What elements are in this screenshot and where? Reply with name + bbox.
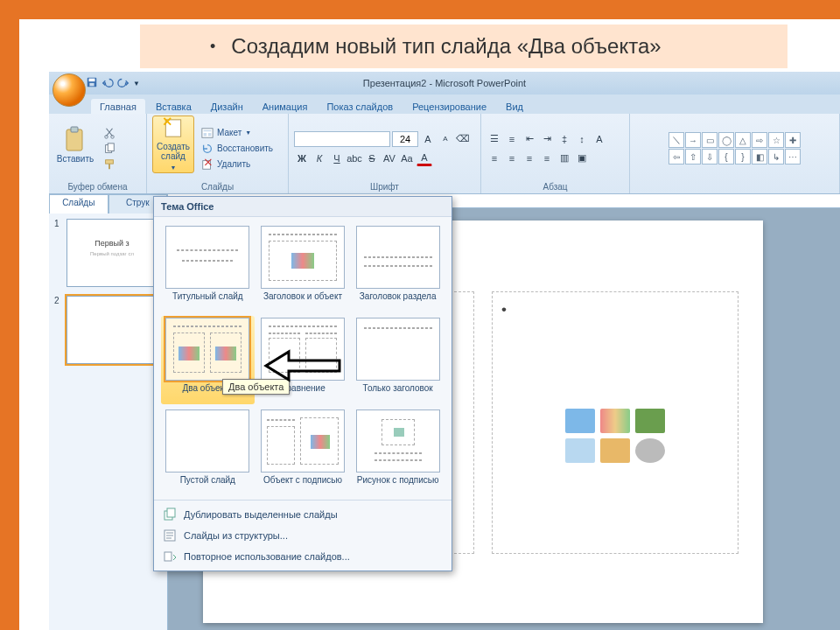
- side-tab-slides[interactable]: Слайды: [49, 194, 108, 214]
- numbering-icon[interactable]: ≡: [504, 131, 520, 147]
- shrink-font-icon[interactable]: A: [438, 131, 453, 147]
- shape-brace-icon[interactable]: {: [718, 149, 734, 164]
- thumbnail-list: 1 Первый з Первый подзаг сл 2: [49, 214, 167, 630]
- content-placeholder-right[interactable]: •: [492, 291, 738, 554]
- shape-rect-icon[interactable]: ▭: [702, 132, 718, 148]
- layout-title-content[interactable]: Заголовок и объект: [258, 226, 348, 311]
- shape-brace2-icon[interactable]: }: [735, 149, 751, 164]
- placeholder-icons: [565, 409, 665, 463]
- char-spacing-icon[interactable]: AV: [382, 150, 397, 166]
- shape-gallery[interactable]: ＼ → ▭ ◯ △ ⇨ ☆ ✚ ⇦ ⇧ ⇩ { } ◧ ↳ ⋯: [668, 132, 801, 164]
- gallery-menu: Дублировать выделенные слайды Слайды из …: [154, 500, 452, 570]
- insert-chart-icon[interactable]: [600, 409, 630, 433]
- menu-duplicate-slides[interactable]: Дублировать выделенные слайды: [154, 504, 452, 525]
- clear-format-icon[interactable]: ⌫: [455, 131, 471, 147]
- svg-rect-3: [66, 130, 82, 150]
- svg-rect-14: [204, 133, 207, 136]
- menu-reuse-slides[interactable]: Повторное использование слайдов...: [154, 546, 452, 567]
- tab-slideshow[interactable]: Показ слайдов: [318, 99, 402, 114]
- tab-home[interactable]: Главная: [91, 99, 145, 114]
- tab-view[interactable]: Вид: [497, 99, 532, 114]
- group-font: A A ⌫ Ж К Ч abc S AV Aa A Шрифт: [289, 114, 481, 193]
- quick-access-toolbar: ▼ Презентация2 - Microsoft PowerPoint: [49, 72, 840, 94]
- ribbon: Вставить Буфер обмена Создать слайд ▼: [49, 114, 840, 194]
- tab-design[interactable]: Дизайн: [202, 99, 252, 114]
- strike-icon[interactable]: S: [364, 150, 380, 166]
- svg-rect-4: [71, 127, 78, 132]
- font-family-input[interactable]: [294, 131, 390, 147]
- change-case-icon[interactable]: Aa: [399, 150, 415, 166]
- lesson-banner: • Создадим новый тип слайда «Два объекта…: [140, 24, 788, 68]
- bold-icon[interactable]: Ж: [294, 150, 310, 166]
- delete-button[interactable]: Удалить: [198, 158, 276, 172]
- thumbnail-2[interactable]: 2: [54, 296, 162, 364]
- svg-rect-13: [204, 130, 212, 131]
- menu-slides-from-outline[interactable]: Слайды из структуры...: [154, 525, 452, 546]
- indent-inc-icon[interactable]: ⇥: [539, 131, 555, 147]
- layout-content-caption[interactable]: Объект с подписью: [258, 410, 348, 494]
- shape-plus-icon[interactable]: ✚: [785, 132, 801, 148]
- layout-picture-caption[interactable]: Рисунок с подписью: [353, 410, 443, 494]
- shape-uarrow-icon[interactable]: ⇧: [685, 149, 701, 164]
- grow-font-icon[interactable]: A: [420, 131, 436, 147]
- group-clipboard-label: Буфер обмена: [54, 181, 141, 192]
- format-painter-button[interactable]: [100, 158, 119, 172]
- insert-media-icon[interactable]: [635, 438, 665, 463]
- text-direction-icon[interactable]: ↕: [574, 131, 590, 147]
- insert-clipart-icon[interactable]: [600, 438, 630, 463]
- group-paragraph: ☰ ≡ ⇤ ⇥ ‡ ↕ A ≡ ≡ ≡ ≡ ▥ ▣ Абзац: [481, 114, 630, 193]
- paste-button[interactable]: Вставить: [54, 116, 96, 173]
- justify-icon[interactable]: ≡: [539, 150, 555, 166]
- copy-button[interactable]: [100, 142, 119, 156]
- shape-rarrow-icon[interactable]: ⇨: [752, 132, 767, 148]
- group-font-label: Шрифт: [294, 181, 475, 192]
- tab-animation[interactable]: Анимация: [254, 99, 317, 114]
- underline-icon[interactable]: Ч: [329, 150, 345, 166]
- instruction-arrow-icon: [262, 348, 341, 383]
- insert-smartart-icon[interactable]: [635, 409, 665, 433]
- convert-smartart-icon[interactable]: ▣: [574, 150, 590, 166]
- layout-section-header[interactable]: Заголовок раздела: [353, 226, 443, 311]
- align-center-icon[interactable]: ≡: [504, 150, 520, 166]
- new-slide-button[interactable]: Создать слайд ▼: [152, 116, 194, 173]
- shadow-icon[interactable]: abc: [346, 150, 362, 166]
- thumbnail-1[interactable]: 1 Первый з Первый подзаг сл: [54, 219, 162, 287]
- bullets-icon[interactable]: ☰: [486, 131, 502, 147]
- italic-icon[interactable]: К: [312, 150, 327, 166]
- shape-arrow-icon[interactable]: →: [685, 132, 701, 148]
- layout-title-slide[interactable]: Титульный слайд: [163, 226, 253, 311]
- shape-larrow-icon[interactable]: ⇦: [668, 149, 684, 164]
- align-left-icon[interactable]: ≡: [486, 150, 502, 166]
- columns-icon[interactable]: ▥: [556, 150, 572, 166]
- shape-callout-icon[interactable]: ◧: [752, 149, 767, 164]
- shape-darrow-icon[interactable]: ⇩: [702, 149, 718, 164]
- align-text-icon[interactable]: A: [592, 131, 607, 147]
- office-button[interactable]: [52, 74, 86, 107]
- indent-dec-icon[interactable]: ⇤: [522, 131, 537, 147]
- align-right-icon[interactable]: ≡: [522, 150, 537, 166]
- group-slides: Создать слайд ▼ Макет▼ Восстановить Удал…: [147, 114, 289, 193]
- tab-review[interactable]: Рецензирование: [403, 99, 495, 114]
- insert-table-icon[interactable]: [565, 409, 595, 433]
- shape-line-icon[interactable]: ＼: [668, 132, 684, 148]
- window-title: Презентация2 - Microsoft PowerPoint: [49, 78, 840, 88]
- layout-button[interactable]: Макет▼: [198, 126, 276, 140]
- shape-triangle-icon[interactable]: △: [735, 132, 751, 148]
- shape-oval-icon[interactable]: ◯: [718, 132, 734, 148]
- shape-star-icon[interactable]: ☆: [768, 132, 784, 148]
- layout-blank[interactable]: Пустой слайд: [163, 410, 253, 494]
- svg-rect-9: [106, 159, 114, 163]
- layout-title-only[interactable]: Только заголовок: [353, 318, 443, 402]
- shape-more-icon[interactable]: ⋯: [785, 149, 801, 164]
- group-paragraph-label: Абзац: [486, 181, 624, 192]
- font-color-icon[interactable]: A: [416, 150, 432, 166]
- cut-button[interactable]: [100, 126, 119, 140]
- tab-insert[interactable]: Вставка: [147, 99, 200, 114]
- shape-connector-icon[interactable]: ↳: [768, 149, 784, 164]
- svg-rect-18: [167, 508, 175, 517]
- group-drawing: ＼ → ▭ ◯ △ ⇨ ☆ ✚ ⇦ ⇧ ⇩ { } ◧ ↳ ⋯: [630, 114, 840, 193]
- line-spacing-icon[interactable]: ‡: [556, 131, 572, 147]
- reset-button[interactable]: Восстановить: [198, 142, 276, 156]
- font-size-input[interactable]: [392, 131, 418, 147]
- insert-picture-icon[interactable]: [565, 438, 595, 463]
